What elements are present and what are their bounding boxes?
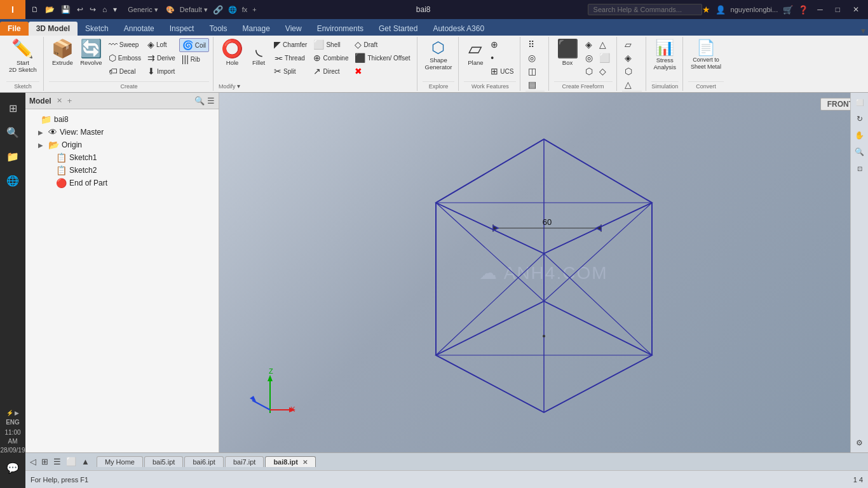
surf3-button[interactable]: ⬡ bbox=[622, 65, 635, 78]
qa-new[interactable]: 🗋 bbox=[29, 4, 41, 15]
extrude-button[interactable]: 📦 Extrude bbox=[49, 38, 76, 68]
derive-button[interactable]: ⇉Derive bbox=[145, 51, 178, 64]
modify-expand-icon[interactable]: ▾ bbox=[237, 83, 240, 90]
ribbon-expand-btn[interactable]: ▾ bbox=[861, 25, 865, 36]
tree-item-sketch2[interactable]: 📋 Sketch2 bbox=[25, 164, 219, 177]
folder-icon[interactable]: 📁 bbox=[3, 146, 23, 166]
add-icon[interactable]: + bbox=[252, 6, 256, 13]
search-icon[interactable]: 🔍 bbox=[3, 122, 23, 142]
box-freeform-button[interactable]: ⬛ Box bbox=[554, 38, 581, 68]
ff5-button[interactable]: ⬜ bbox=[597, 51, 613, 64]
point-button[interactable]: • bbox=[488, 51, 516, 64]
full-nav-btn[interactable]: ⬜ bbox=[853, 95, 867, 109]
surf2-button[interactable]: ◈ bbox=[622, 51, 635, 64]
list-icon[interactable]: ☰ bbox=[51, 456, 63, 468]
hole-button[interactable]: ⭕ Hole bbox=[219, 38, 246, 68]
pan-btn[interactable]: ✋ bbox=[853, 128, 867, 142]
axis-button[interactable]: ⊕ bbox=[488, 38, 516, 51]
browser-icon[interactable]: 🌐 bbox=[3, 170, 23, 191]
revolve-button[interactable]: 🔄 Revolve bbox=[78, 38, 105, 68]
qa-home[interactable]: ⌂ bbox=[100, 4, 109, 15]
tab-a360[interactable]: Autodesk A360 bbox=[425, 22, 492, 36]
surf1-button[interactable]: ▱ bbox=[622, 38, 635, 51]
sweep-button[interactable]: 〰Sweep bbox=[106, 38, 144, 51]
qa-more[interactable]: ▾ bbox=[111, 4, 119, 15]
chat-icon[interactable]: 💬 bbox=[3, 458, 23, 478]
qa-save[interactable]: 💾 bbox=[59, 4, 72, 15]
tab-file[interactable]: File bbox=[0, 22, 29, 36]
mirror-button[interactable]: ◫ bbox=[526, 65, 539, 78]
tree-item-viewmaster[interactable]: ▶ 👁 View: Master bbox=[25, 126, 219, 139]
tab-3dmodel[interactable]: 3D Model bbox=[29, 22, 78, 36]
coil-button[interactable]: 🌀Coil bbox=[179, 38, 209, 52]
tab-myhome[interactable]: My Home bbox=[97, 456, 143, 467]
tab-manage[interactable]: Manage bbox=[234, 22, 277, 36]
model-tab-close[interactable]: ✕ bbox=[57, 97, 62, 105]
loft-button[interactable]: ◈Loft bbox=[145, 38, 178, 51]
windows-icon[interactable]: ⊞ bbox=[3, 98, 23, 118]
shape-generator-button[interactable]: ⬡ ShapeGenerator bbox=[423, 38, 455, 73]
combine-button[interactable]: ⊕Combine bbox=[311, 51, 351, 64]
help-icon[interactable]: ❓ bbox=[798, 5, 808, 15]
thread-button[interactable]: ⫘Thread bbox=[271, 51, 309, 64]
tree-item-sketch1[interactable]: 📋 Sketch1 bbox=[25, 151, 219, 164]
ff2-button[interactable]: ◎ bbox=[583, 51, 595, 64]
pattern-more-button[interactable]: ▤ bbox=[526, 78, 539, 91]
qa-redo[interactable]: ↪ bbox=[88, 4, 98, 15]
draft-button[interactable]: ◇Draft bbox=[352, 38, 412, 51]
chamfer-button[interactable]: ◤Chamfer bbox=[271, 38, 309, 51]
split-button[interactable]: ✂Split bbox=[271, 65, 309, 78]
tile-icon[interactable]: ⊞ bbox=[39, 456, 50, 468]
stress-analysis-button[interactable]: 📊 StressAnalysis bbox=[651, 38, 679, 73]
tab-tools[interactable]: Tools bbox=[201, 22, 234, 36]
ff6-button[interactable]: ◇ bbox=[597, 65, 613, 78]
qa-undo[interactable]: ↩ bbox=[75, 4, 85, 15]
start-2d-sketch-button[interactable]: ✏️ Start2D Sketch bbox=[6, 38, 39, 76]
plane-button[interactable]: ▱ Plane bbox=[464, 38, 487, 68]
close-button[interactable]: ✕ bbox=[849, 4, 863, 15]
circ-pattern-button[interactable]: ◎ bbox=[526, 51, 539, 64]
tree-item-root[interactable]: 📁 bai8 bbox=[25, 113, 219, 126]
tab-bai8[interactable]: bai8.ipt ✕ bbox=[265, 456, 316, 467]
expand-btn[interactable]: ⚡ ▶ bbox=[6, 410, 19, 416]
scroll-up-icon[interactable]: ▲ bbox=[79, 456, 92, 468]
orbit-btn[interactable]: ↻ bbox=[853, 112, 867, 126]
zoom-all-btn[interactable]: ⊡ bbox=[853, 161, 867, 175]
cart-icon[interactable]: 🛒 bbox=[783, 5, 793, 15]
tab-bai6[interactable]: bai6.ipt bbox=[184, 456, 223, 467]
fx-icon[interactable]: fx bbox=[242, 6, 248, 13]
shell-button[interactable]: ⬜Shell bbox=[311, 38, 351, 51]
search-input[interactable] bbox=[588, 4, 702, 15]
minimize-button[interactable]: ─ bbox=[813, 4, 827, 15]
tab-environments[interactable]: Environments bbox=[309, 22, 371, 36]
convert-sheet-metal-button[interactable]: 📄 Convert toSheet Metal bbox=[688, 38, 724, 72]
generic-dropdown[interactable]: Generic ▾ bbox=[128, 6, 158, 14]
tree-item-origin[interactable]: ▶ 📂 Origin bbox=[25, 139, 219, 151]
direct-button[interactable]: ↗Direct bbox=[311, 65, 351, 78]
emboss-button[interactable]: ⬡Emboss bbox=[106, 51, 144, 64]
tab-getstarted[interactable]: Get Started bbox=[371, 22, 425, 36]
tab-annotate[interactable]: Annotate bbox=[116, 22, 162, 36]
tab-bai5[interactable]: bai5.ipt bbox=[144, 456, 183, 467]
ff4-button[interactable]: △ bbox=[597, 38, 613, 51]
tab-bai7[interactable]: bai7.ipt bbox=[225, 456, 264, 467]
viewport[interactable]: FRONT ☁ ANH4.COM bbox=[219, 93, 868, 452]
rib-button[interactable]: |||Rib bbox=[179, 53, 209, 65]
qa-open[interactable]: 📂 bbox=[43, 4, 57, 15]
tree-item-endofpart[interactable]: 🔴 End of Part bbox=[25, 177, 219, 189]
delete-button[interactable]: ✖ bbox=[352, 65, 412, 78]
fillet-button[interactable]: ◟ Fillet bbox=[247, 38, 270, 68]
ff3-button[interactable]: ⬡ bbox=[583, 65, 595, 78]
surf4-button[interactable]: △ bbox=[622, 78, 635, 91]
decal-button[interactable]: 🏷Decal bbox=[106, 65, 144, 78]
default-dropdown[interactable]: Default ▾ bbox=[180, 6, 208, 14]
scroll-left-icon[interactable]: ◁ bbox=[28, 456, 38, 468]
rect-pattern-button[interactable]: ⠿ bbox=[526, 38, 539, 51]
zoom-btn[interactable]: 🔍 bbox=[853, 145, 867, 159]
ucs-button[interactable]: ⊞UCS bbox=[488, 65, 516, 78]
menu-panel-icon[interactable]: ☰ bbox=[207, 96, 215, 105]
tab-inspect[interactable]: Inspect bbox=[162, 22, 202, 36]
tab-bai8-close[interactable]: ✕ bbox=[302, 459, 308, 466]
search-panel-icon[interactable]: 🔍 bbox=[194, 96, 205, 105]
thicken-button[interactable]: ⬛Thicken/ Offset bbox=[352, 51, 412, 64]
